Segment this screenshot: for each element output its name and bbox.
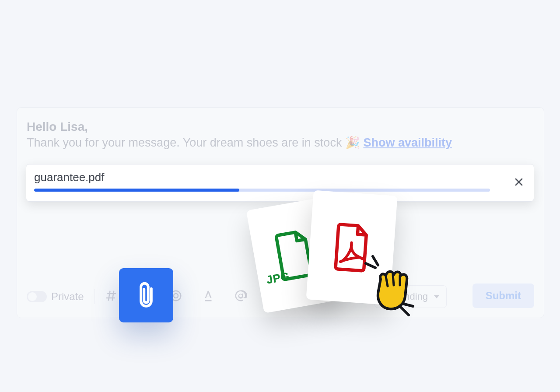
private-toggle-wrap: Private	[27, 290, 84, 303]
uploading-filename: guarantee.pdf	[34, 171, 526, 184]
upload-progress-fill	[34, 189, 239, 192]
chevron-down-icon	[434, 295, 439, 298]
separator	[94, 289, 95, 304]
message-body: Thank you for your message. Your dream s…	[27, 135, 534, 150]
greeting-text: Hello Lisa,	[27, 120, 534, 134]
upload-progress-track	[34, 189, 490, 192]
party-emoji: 🎉	[345, 135, 360, 150]
jpg-label: JPG	[265, 270, 290, 287]
paperclip-icon	[134, 281, 158, 309]
private-toggle[interactable]	[27, 291, 47, 302]
private-label: Private	[51, 290, 84, 303]
svg-point-1	[174, 294, 178, 298]
close-icon[interactable]	[514, 177, 524, 187]
hashtag-icon[interactable]	[105, 289, 118, 304]
text-color-icon[interactable]	[202, 289, 215, 304]
attachment-button-highlight[interactable]	[119, 268, 173, 322]
availability-link[interactable]: Show availbility	[363, 136, 452, 149]
body-line: Thank you for your message. Your dream s…	[27, 136, 342, 149]
grab-hand-icon	[361, 254, 418, 319]
mention-icon[interactable]	[234, 289, 247, 304]
submit-button[interactable]: Submit	[472, 284, 534, 308]
upload-progress-box: guarantee.pdf	[26, 164, 534, 202]
